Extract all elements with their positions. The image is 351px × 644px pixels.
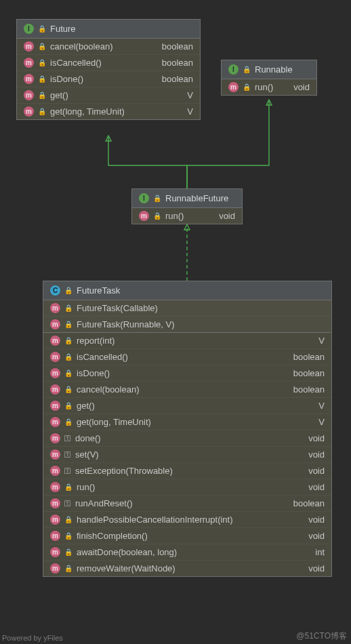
method-icon: m xyxy=(50,368,60,378)
member-row[interactable]: m🔒get()V xyxy=(17,87,200,103)
member-return: void xyxy=(308,433,325,443)
member-row[interactable]: m🔒isCancelled()boolean xyxy=(17,54,200,71)
key-icon: ⚿ xyxy=(64,467,71,475)
member-return: V xyxy=(318,417,325,427)
key-icon: ⚿ xyxy=(64,500,71,507)
method-icon: m xyxy=(24,58,34,68)
interface-runnablefuture[interactable]: I 🔒 RunnableFuture m🔒run()void xyxy=(131,188,243,224)
member-signature: run() xyxy=(255,82,283,92)
class-header: I 🔒 Future xyxy=(17,20,200,39)
member-signature: finishCompletion() xyxy=(77,531,297,541)
lock-icon: 🔒 xyxy=(64,418,73,426)
member-signature: run() xyxy=(77,482,297,492)
member-return: void xyxy=(308,466,325,476)
member-row[interactable]: m⚿runAndReset()boolean xyxy=(43,495,331,511)
member-row[interactable]: m🔒run()void xyxy=(222,79,316,95)
member-row[interactable]: m🔒isDone()boolean xyxy=(17,71,200,87)
member-row[interactable]: m🔒isDone()boolean xyxy=(43,365,331,381)
member-row[interactable]: m🔒awaitDone(boolean, long)int xyxy=(43,544,331,560)
member-list: m🔒run()void xyxy=(132,208,242,224)
lock-icon: 🔒 xyxy=(64,565,73,572)
class-title: Runnable xyxy=(255,64,293,75)
method-icon: m xyxy=(50,417,60,427)
member-row[interactable]: m🔒isCancelled()boolean xyxy=(43,348,331,365)
member-row[interactable]: m🔒get()V xyxy=(43,397,331,414)
key-icon: ⚿ xyxy=(64,435,71,442)
member-row[interactable]: m🔒FutureTask(Callable) xyxy=(43,300,331,316)
member-return: V xyxy=(187,90,193,100)
member-row[interactable]: m🔒removeWaiter(WaitNode)void xyxy=(43,560,331,576)
footer-watermark: @51CTO博客 xyxy=(296,630,347,642)
member-return: void xyxy=(308,531,325,541)
class-title: Future xyxy=(50,24,76,34)
method-icon: m xyxy=(50,482,60,492)
member-row[interactable]: m⚿setException(Throwable)void xyxy=(43,462,331,479)
member-row[interactable]: m🔒run()void xyxy=(43,479,331,495)
member-signature: awaitDone(boolean, long) xyxy=(77,547,304,557)
member-return: void xyxy=(308,515,325,525)
lock-icon: 🔒 xyxy=(38,25,46,33)
lock-icon: 🔒 xyxy=(38,92,46,99)
member-row[interactable]: m🔒cancel(boolean)boolean xyxy=(43,381,331,397)
interface-runnable[interactable]: I 🔒 Runnable m🔒run()void xyxy=(221,60,317,96)
member-signature: done() xyxy=(75,433,297,443)
member-return: boolean xyxy=(293,384,325,395)
lock-icon: 🔒 xyxy=(64,287,73,294)
lock-icon: 🔒 xyxy=(38,75,46,83)
lock-icon: 🔒 xyxy=(64,483,73,491)
class-futuretask[interactable]: C 🔒 FutureTask m🔒FutureTask(Callable)m🔒F… xyxy=(43,281,332,577)
method-icon: m xyxy=(50,449,60,460)
method-icon: m xyxy=(228,82,239,92)
member-row[interactable]: m🔒get(long, TimeUnit)V xyxy=(43,414,331,430)
class-title: FutureTask xyxy=(77,285,120,296)
member-signature: cancel(boolean) xyxy=(50,41,151,52)
member-list: m🔒report(int)Vm🔒isCancelled()booleanm🔒is… xyxy=(43,332,331,576)
interface-icon: I xyxy=(228,64,239,75)
member-row[interactable]: m🔒run()void xyxy=(132,208,242,224)
member-row[interactable]: m🔒report(int)V xyxy=(43,333,331,348)
class-header: C 🔒 FutureTask xyxy=(43,281,331,300)
method-icon: m xyxy=(50,352,60,362)
member-row[interactable]: m🔒finishCompletion()void xyxy=(43,527,331,544)
lock-icon: 🔒 xyxy=(64,369,73,377)
member-row[interactable]: m🔒handlePossibleCancellationInterrupt(in… xyxy=(43,511,331,527)
method-icon: m xyxy=(50,401,60,411)
method-icon: m xyxy=(24,106,34,117)
method-icon: m xyxy=(50,531,60,541)
member-return: void xyxy=(308,449,325,460)
member-return: int xyxy=(315,547,325,557)
member-return: boolean xyxy=(293,352,325,362)
member-return: boolean xyxy=(293,368,325,378)
interface-icon: I xyxy=(139,193,149,203)
member-row[interactable]: m⚿done()void xyxy=(43,430,331,446)
uml-canvas: I 🔒 Future m🔒cancel(boolean)booleanm🔒isC… xyxy=(0,0,351,644)
member-signature: FutureTask(Callable) xyxy=(77,303,325,313)
member-signature: set(V) xyxy=(75,449,297,460)
member-signature: isDone() xyxy=(50,74,151,84)
method-icon: m xyxy=(50,466,60,476)
member-row[interactable]: m🔒FutureTask(Runnable, V) xyxy=(43,316,331,332)
member-row[interactable]: m🔒get(long, TimeUnit)V xyxy=(17,103,200,119)
lock-icon: 🔒 xyxy=(64,516,73,523)
lock-icon: 🔒 xyxy=(153,195,161,202)
member-signature: run() xyxy=(165,211,208,221)
method-icon: m xyxy=(24,90,34,100)
member-signature: isCancelled() xyxy=(50,58,151,68)
footer-credit: Powered by yFiles xyxy=(2,634,63,642)
member-row[interactable]: m⚿set(V)void xyxy=(43,446,331,462)
member-return: V xyxy=(187,106,193,117)
lock-icon: 🔒 xyxy=(64,532,73,540)
interface-future[interactable]: I 🔒 Future m🔒cancel(boolean)booleanm🔒isC… xyxy=(16,19,201,120)
method-icon: m xyxy=(50,547,60,557)
member-return: V xyxy=(318,401,325,411)
interface-icon: I xyxy=(24,24,34,34)
member-signature: setException(Throwable) xyxy=(75,466,297,476)
member-signature: isCancelled() xyxy=(77,352,283,362)
member-signature: get() xyxy=(77,401,308,411)
class-header: I 🔒 Runnable xyxy=(222,60,316,79)
lock-icon: 🔒 xyxy=(64,548,73,556)
member-return: boolean xyxy=(293,498,325,508)
class-icon: C xyxy=(50,285,60,296)
method-icon: m xyxy=(50,498,60,508)
member-row[interactable]: m🔒cancel(boolean)boolean xyxy=(17,39,200,54)
